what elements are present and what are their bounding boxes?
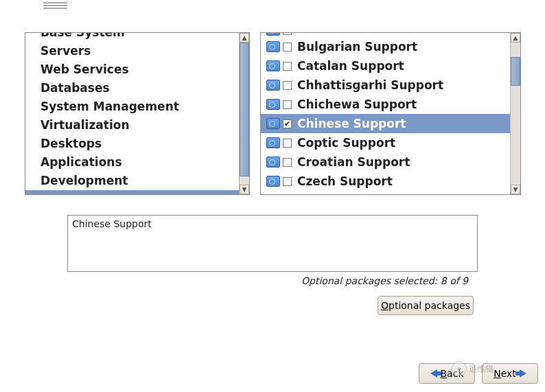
flag-icon [266,41,280,52]
language-item[interactable]: Coptic Support [261,133,510,152]
flag-icon [266,137,280,148]
category-item[interactable]: Base System [25,33,239,42]
language-checkbox[interactable] [283,33,292,35]
language-label: Croatian Support [297,154,410,170]
flag-icon [266,33,280,36]
language-checkbox[interactable] [283,177,292,186]
category-item[interactable]: Applications [25,153,239,172]
scroll-up-button[interactable]: ▲ [240,33,249,43]
category-item[interactable]: Servers [25,42,239,60]
language-item[interactable]: Czech Support [261,172,510,191]
category-item[interactable]: Languages [25,190,239,194]
flag-icon [266,157,280,168]
language-scrollbar[interactable]: ▲ ▼ [510,33,520,194]
category-item[interactable]: Web Services [25,60,239,79]
scroll-thumb[interactable] [511,57,520,86]
category-list[interactable]: Base SystemServersWeb ServicesDatabasesS… [25,33,239,194]
optional-packages-count: Optional packages selected: 8 of 9 [301,275,468,286]
language-checkbox[interactable] [283,43,292,51]
language-checkbox[interactable] [283,81,292,90]
language-checkbox[interactable] [283,119,292,128]
language-item[interactable]: Catalan Support [261,56,510,76]
scroll-down-button[interactable]: ▼ [240,185,249,194]
scroll-up-button[interactable]: ▲ [511,33,520,43]
language-label: Chinese Support [297,115,406,132]
language-checkbox[interactable] [283,62,292,71]
category-item[interactable]: Databases [25,79,239,97]
description-box: Chinese Support [67,215,478,272]
flag-icon [266,99,280,110]
language-checkbox[interactable] [283,158,292,167]
back-button[interactable]: Back [419,363,475,384]
category-item[interactable]: Development [25,172,239,190]
language-item[interactable]: Croatian Support [261,152,510,172]
flag-icon [266,118,280,129]
language-item[interactable]: Bulgarian Support [261,37,510,56]
category-item[interactable]: System Management [25,97,239,116]
scroll-thumb[interactable] [240,43,249,176]
language-label: Czech Support [297,173,393,189]
language-item[interactable]: Chinese Support [261,114,510,133]
language-label: Bulgarian Support [297,38,417,55]
language-label: Chichewa Support [297,96,417,113]
scroll-down-button[interactable]: ▼ [511,185,520,194]
language-item[interactable]: Chhattisgarhi Support [261,76,510,95]
language-pane: Bulgarian SupportCatalan SupportChhattis… [260,32,521,195]
language-item[interactable]: Chichewa Support [261,95,510,114]
language-label: Coptic Support [297,135,395,151]
language-checkbox[interactable] [283,139,292,148]
category-pane: Base SystemServersWeb ServicesDatabasesS… [25,32,250,195]
language-checkbox[interactable] [283,100,292,109]
arrow-right-icon [520,369,526,378]
language-label: Catalan Support [297,58,404,74]
category-scrollbar[interactable]: ▲ ▼ [239,33,249,194]
flag-icon [266,80,280,91]
language-label: Chhattisgarhi Support [297,77,443,93]
drag-handle[interactable] [43,2,67,9]
next-button[interactable]: Next [482,363,538,384]
language-item[interactable]: Danish Support [261,191,510,194]
category-item[interactable]: Virtualization [25,116,239,135]
optional-packages-button[interactable]: Optional packages [378,296,474,315]
flag-icon [266,176,280,187]
flag-icon [266,60,280,71]
category-item[interactable]: Desktops [25,135,239,153]
language-label: Danish Support [297,192,399,194]
arrow-left-icon [430,369,437,378]
language-list[interactable]: Bulgarian SupportCatalan SupportChhattis… [261,33,510,194]
